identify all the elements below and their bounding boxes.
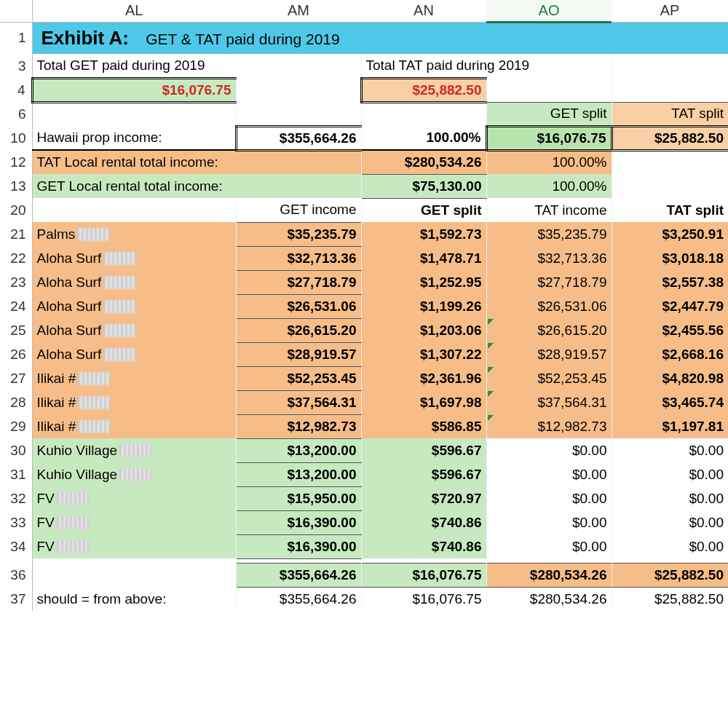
property-name[interactable]: Ilikai # [32, 390, 236, 414]
get-income-cell[interactable]: $28,919.57 [236, 342, 361, 366]
tat-income-cell[interactable]: $32,713.36 [486, 246, 612, 270]
row-header[interactable]: 22 [0, 246, 32, 270]
tat-split-cell[interactable]: $4,820.98 [612, 366, 728, 390]
property-name[interactable]: Ilikai # [32, 414, 236, 438]
get-split-cell[interactable]: $1,697.98 [361, 390, 486, 414]
tat-income-cell[interactable]: $26,615.20 [486, 318, 612, 342]
hawaii-tat-split[interactable]: $25,882.50 [612, 126, 728, 150]
row-header[interactable]: 6 [0, 102, 32, 126]
tat-income-cell[interactable]: $35,235.79 [486, 222, 612, 246]
row-header[interactable]: 28 [0, 390, 32, 414]
row-header[interactable]: 36 [0, 563, 32, 587]
spreadsheet-grid[interactable]: AL AM AN AO AP 1 Exhibit A: GET & TAT pa… [0, 0, 728, 611]
tat-split-cell[interactable]: $2,455.56 [612, 318, 728, 342]
get-income-cell[interactable]: $52,253.45 [236, 366, 361, 390]
tat-local-amount[interactable]: $280,534.26 [361, 150, 486, 174]
row-header[interactable]: 26 [0, 342, 32, 366]
row-header[interactable]: 21 [0, 222, 32, 246]
get-income-cell[interactable]: $26,615.20 [236, 318, 361, 342]
col-header-AN[interactable]: AN [361, 0, 486, 22]
tat-split-cell[interactable]: $2,447.79 [612, 294, 728, 318]
tat-income-cell[interactable]: $28,919.57 [486, 342, 612, 366]
property-name[interactable]: Aloha Surf [32, 270, 236, 294]
row-header[interactable]: 23 [0, 270, 32, 294]
tat-local-pct[interactable]: 100.00% [486, 150, 612, 174]
get-income-cell[interactable]: $27,718.79 [236, 270, 361, 294]
property-name[interactable]: FV [32, 486, 236, 510]
tat-income-cell[interactable]: $0.00 [486, 438, 612, 462]
blank-cell[interactable] [236, 102, 361, 126]
row-header[interactable]: 31 [0, 462, 32, 486]
row-header[interactable]: 24 [0, 294, 32, 318]
tat-income-cell[interactable]: $52,253.45 [486, 366, 612, 390]
tat-split-header[interactable]: TAT split [612, 102, 728, 126]
get-split-cell[interactable]: $1,199.26 [361, 294, 486, 318]
blank-cell[interactable] [612, 174, 728, 198]
row-header[interactable]: 20 [0, 198, 32, 222]
tat-income-cell[interactable]: $12,982.73 [486, 414, 612, 438]
get-split-cell[interactable]: $740.86 [361, 510, 486, 534]
col-header-AL[interactable]: AL [32, 0, 236, 22]
check-get-income[interactable]: $355,664.26 [236, 587, 361, 611]
tat-local-label[interactable]: TAT Local rental total income: [32, 150, 361, 174]
tat-split-cell[interactable]: $0.00 [612, 438, 728, 462]
col-header-AO[interactable]: AO [486, 0, 612, 22]
row-header[interactable]: 33 [0, 510, 32, 534]
blank-cell[interactable] [236, 78, 361, 102]
blank-cell[interactable] [486, 78, 612, 102]
row-header[interactable]: 30 [0, 438, 32, 462]
tat-income-cell[interactable]: $27,718.79 [486, 270, 612, 294]
check-tat-split[interactable]: $25,882.50 [612, 587, 728, 611]
property-name[interactable]: Aloha Surf [32, 342, 236, 366]
get-split-cell[interactable]: $1,203.06 [361, 318, 486, 342]
tat-income-cell[interactable]: $37,564.31 [486, 390, 612, 414]
get-split-cell[interactable]: $596.67 [361, 462, 486, 486]
sum-tat-split[interactable]: $25,882.50 [612, 563, 728, 587]
tat-split-cell[interactable]: $0.00 [612, 462, 728, 486]
tat-income-cell[interactable]: $0.00 [486, 486, 612, 510]
get-income-cell[interactable]: $37,564.31 [236, 390, 361, 414]
property-name[interactable]: Palms [32, 222, 236, 246]
get-income-cell[interactable]: $15,950.00 [236, 486, 361, 510]
row-header[interactable]: 32 [0, 486, 32, 510]
get-split-cell[interactable]: $2,361.96 [361, 366, 486, 390]
select-all-corner[interactable] [0, 0, 32, 22]
property-name[interactable]: Ilikai # [32, 366, 236, 390]
property-name[interactable]: Aloha Surf [32, 294, 236, 318]
blank-cell[interactable] [32, 102, 236, 126]
get-split-cell[interactable]: $596.67 [361, 438, 486, 462]
get-income-cell[interactable]: $13,200.00 [236, 438, 361, 462]
get-local-pct[interactable]: 100.00% [486, 174, 612, 198]
get-split-cell[interactable]: $1,478.71 [361, 246, 486, 270]
row-header[interactable]: 1 [0, 22, 32, 54]
tat-split-cell[interactable]: $3,018.18 [612, 246, 728, 270]
property-name[interactable]: Kuhio Village [32, 438, 236, 462]
get-income-cell[interactable]: $35,235.79 [236, 222, 361, 246]
get-income-cell[interactable]: $16,390.00 [236, 510, 361, 534]
sum-tat-income[interactable]: $280,534.26 [486, 563, 612, 587]
blank-cell[interactable] [32, 563, 236, 587]
sum-get-split[interactable]: $16,076.75 [361, 563, 486, 587]
blank-cell[interactable] [32, 198, 236, 222]
hawaii-income-pct[interactable]: 100.00% [361, 126, 486, 150]
row-header[interactable]: 27 [0, 366, 32, 390]
tat-split-cell[interactable]: $3,250.91 [612, 222, 728, 246]
col-tat-split[interactable]: TAT split [612, 198, 728, 222]
get-income-cell[interactable]: $13,200.00 [236, 462, 361, 486]
row-header[interactable]: 4 [0, 78, 32, 102]
row-header[interactable]: 37 [0, 587, 32, 611]
get-split-header[interactable]: GET split [486, 102, 612, 126]
get-income-cell[interactable]: $26,531.06 [236, 294, 361, 318]
row-header[interactable]: 12 [0, 150, 32, 174]
hawaii-get-split[interactable]: $16,076.75 [486, 126, 612, 150]
tat-split-cell[interactable]: $2,668.16 [612, 342, 728, 366]
tat-split-cell[interactable]: $1,197.81 [612, 414, 728, 438]
get-split-cell[interactable]: $740.86 [361, 534, 486, 558]
get-local-label[interactable]: GET Local rental total income: [32, 174, 361, 198]
row-header[interactable]: 10 [0, 126, 32, 150]
get-local-amount[interactable]: $75,130.00 [361, 174, 486, 198]
get-income-cell[interactable]: $12,982.73 [236, 414, 361, 438]
row-header[interactable]: 29 [0, 414, 32, 438]
get-split-cell[interactable]: $720.97 [361, 486, 486, 510]
get-split-cell[interactable]: $1,252.95 [361, 270, 486, 294]
